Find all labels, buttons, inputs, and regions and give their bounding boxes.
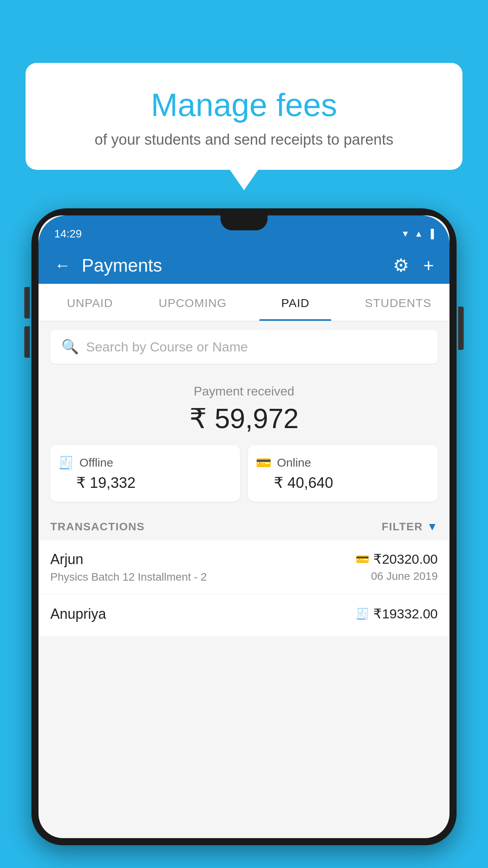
search-icon: 🔍 (61, 338, 79, 355)
phone-container: 14:29 ▼ ▲ ▐ ← Payments ⚙ + (31, 208, 457, 868)
search-container: 🔍 Search by Course or Name (39, 321, 449, 372)
battery-icon: ▐ (427, 229, 434, 239)
payment-total-amount: ₹ 59,972 (50, 403, 438, 435)
online-card-header: 💳 Online (256, 455, 430, 470)
offline-amount: ₹ 19,332 (58, 474, 232, 491)
tabs-container: UNPAID UPCOMING PAID STUDENTS (39, 284, 449, 321)
online-icon: 💳 (256, 455, 272, 470)
offline-payment-card: 🧾 Offline ₹ 19,332 (50, 445, 240, 502)
bubble-subtitle: of your students and send receipts to pa… (45, 131, 443, 148)
search-bar[interactable]: 🔍 Search by Course or Name (50, 330, 438, 364)
signal-icon: ▲ (415, 229, 423, 239)
filter-label: FILTER (382, 520, 423, 533)
transactions-list: Arjun Physics Batch 12 Installment - 2 💳… (39, 540, 449, 637)
header-right: ⚙ + (393, 255, 434, 276)
phone-screen: 14:29 ▼ ▲ ▐ ← Payments ⚙ + (39, 215, 449, 838)
header-left: ← Payments (54, 255, 162, 276)
transaction-payment-icon: 💳 (356, 553, 369, 566)
online-amount: ₹ 40,640 (256, 474, 430, 491)
bubble-title: Manage fees (45, 86, 443, 123)
filter-icon: ▼ (427, 520, 438, 533)
transaction-name: Anupriya (50, 606, 356, 622)
settings-icon[interactable]: ⚙ (393, 255, 409, 276)
transaction-amount: ₹19332.00 (373, 606, 438, 622)
power-button (458, 307, 464, 350)
tab-students[interactable]: STUDENTS (347, 284, 450, 321)
transactions-header: TRANSACTIONS FILTER ▼ (39, 509, 449, 540)
status-icons: ▼ ▲ ▐ (401, 229, 434, 239)
speech-bubble: Manage fees of your students and send re… (26, 63, 462, 170)
status-bar: 14:29 ▼ ▲ ▐ (39, 215, 449, 247)
transactions-label: TRANSACTIONS (50, 520, 145, 533)
wifi-icon: ▼ (401, 229, 410, 239)
transaction-right: 💳 ₹20320.00 06 June 2019 (356, 551, 438, 583)
transaction-name: Arjun (50, 551, 356, 568)
transaction-course: Physics Batch 12 Installment - 2 (50, 571, 356, 583)
phone-outer: 14:29 ▼ ▲ ▐ ← Payments ⚙ + (31, 208, 457, 845)
transaction-payment-icon: 🧾 (356, 607, 369, 620)
offline-card-header: 🧾 Offline (58, 455, 232, 470)
transaction-date: 06 June 2019 (356, 570, 438, 583)
tab-unpaid[interactable]: UNPAID (39, 284, 141, 321)
notch (220, 215, 268, 230)
table-row[interactable]: Arjun Physics Batch 12 Installment - 2 💳… (39, 540, 449, 595)
payment-cards: 🧾 Offline ₹ 19,332 💳 Online ₹ 40,640 (50, 445, 438, 502)
transaction-amount-row: 💳 ₹20320.00 (356, 551, 438, 567)
search-input[interactable]: Search by Course or Name (86, 339, 248, 355)
online-payment-card: 💳 Online ₹ 40,640 (248, 445, 438, 502)
tab-upcoming[interactable]: UPCOMING (141, 284, 244, 321)
volume-button-1 (24, 287, 30, 318)
offline-icon: 🧾 (58, 455, 74, 470)
transaction-amount-row: 🧾 ₹19332.00 (356, 606, 438, 622)
add-icon[interactable]: + (423, 255, 434, 276)
payment-summary: Payment received ₹ 59,972 🧾 Offline ₹ 19… (39, 372, 449, 509)
filter-row[interactable]: FILTER ▼ (382, 520, 438, 533)
app-header: ← Payments ⚙ + (39, 247, 449, 284)
status-time: 14:29 (54, 228, 82, 240)
tab-paid[interactable]: PAID (244, 284, 347, 321)
transaction-left: Anupriya (50, 606, 356, 625)
online-label: Online (277, 456, 311, 469)
volume-button-2 (24, 326, 30, 358)
offline-label: Offline (79, 456, 113, 469)
page-title: Payments (82, 255, 162, 276)
back-button[interactable]: ← (54, 256, 71, 275)
transaction-right: 🧾 ₹19332.00 (356, 606, 438, 625)
table-row[interactable]: Anupriya 🧾 ₹19332.00 (39, 595, 449, 637)
transaction-left: Arjun Physics Batch 12 Installment - 2 (50, 551, 356, 583)
payment-received-label: Payment received (50, 384, 438, 399)
transaction-amount: ₹20320.00 (373, 551, 438, 567)
